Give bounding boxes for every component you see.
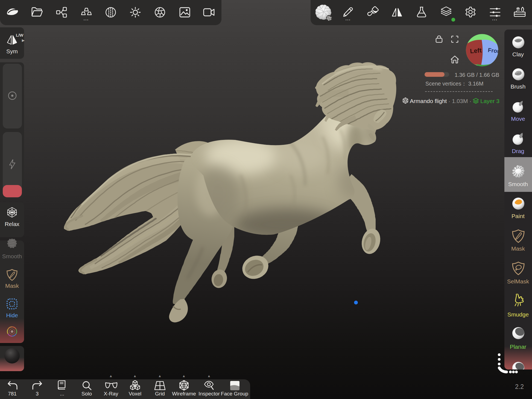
svg-text:Left: Left: [470, 47, 482, 55]
